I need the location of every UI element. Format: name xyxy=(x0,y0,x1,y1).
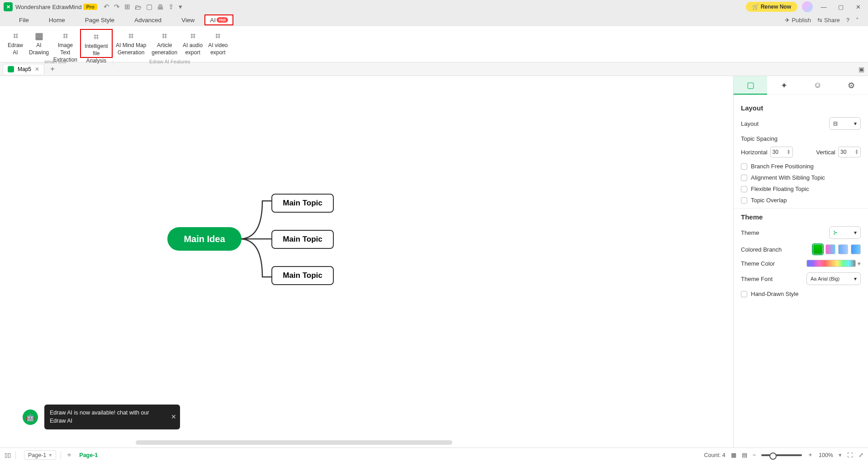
menu-bar: File Home Page Style Advanced View AIHot… xyxy=(0,14,868,26)
branch-swatch-2[interactable] xyxy=(825,244,835,254)
panel-tab-settings[interactable]: ⚙ xyxy=(835,76,868,95)
right-panel: ▢ ✦ ☺ ⚙ Layout Layout ⊟▾ Topic Spacing H… xyxy=(733,76,868,448)
topic-spacing-label: Topic Spacing xyxy=(741,135,861,142)
topic-node[interactable]: Main Topic xyxy=(271,194,334,213)
page-select[interactable]: Page-1▾ xyxy=(24,450,56,460)
canvas[interactable]: Main Idea Main Topic Main Topic Main Top… xyxy=(0,76,733,448)
add-page-button[interactable]: ＋ xyxy=(66,450,73,460)
theme-color-strip[interactable] xyxy=(806,260,856,267)
topic-node[interactable]: Main Topic xyxy=(271,230,334,249)
zoom-in-icon[interactable]: ＋ xyxy=(807,451,813,459)
vertical-spacing-input[interactable]: 30▲▼ xyxy=(838,147,861,157)
publish-icon: ✈ xyxy=(785,17,790,24)
chevron-down-icon: ▾ xyxy=(854,276,857,282)
list-view-icon[interactable]: ▤ xyxy=(742,452,747,458)
emoji-icon: ☺ xyxy=(813,81,821,90)
panel-tab-layout[interactable]: ▢ xyxy=(734,76,767,95)
user-avatar[interactable] xyxy=(802,1,813,12)
doc-tab-close-icon[interactable]: ✕ xyxy=(35,66,39,72)
menu-view[interactable]: View xyxy=(171,14,204,26)
image-text-extraction-button[interactable]: ⌗Image TextExtraction xyxy=(51,29,80,58)
theme-preview-icon: ⊱ xyxy=(833,229,838,236)
menu-file[interactable]: File xyxy=(9,14,39,26)
main-idea-node[interactable]: Main Idea xyxy=(167,227,242,251)
hand-drawn-checkbox[interactable]: Hand-Drawn Style xyxy=(741,291,861,297)
ai-audio-export-button[interactable]: ⌗AI audioexport xyxy=(180,29,205,58)
publish-button[interactable]: ✈Publish xyxy=(785,17,811,24)
ai-video-export-button[interactable]: ⌗AI videoexport xyxy=(205,29,230,58)
branch-swatch-1[interactable] xyxy=(813,244,823,254)
panel-toggle-icon[interactable]: ▣ xyxy=(859,66,864,73)
theme-font-select[interactable]: Aa Arial (Big)▾ xyxy=(806,272,861,285)
ai-chat-bubble[interactable]: 🤖 xyxy=(23,410,38,425)
menu-page-style[interactable]: Page Style xyxy=(75,14,124,26)
intelligent-file-analysis-button[interactable]: ⌗Intelligentfile Analysis xyxy=(80,29,113,58)
chevron-down-icon: ▾ xyxy=(854,120,857,127)
layout-select[interactable]: ⊟▾ xyxy=(829,117,861,130)
theme-select[interactable]: ⊱▾ xyxy=(829,226,861,239)
renew-button[interactable]: 🛒 Renew Now xyxy=(746,2,797,12)
branch-swatch-4[interactable] xyxy=(851,244,861,254)
theme-color-label: Theme Color xyxy=(741,260,775,267)
collapse-ribbon-icon[interactable]: ˄ xyxy=(856,17,859,24)
zoom-slider[interactable] xyxy=(761,454,802,456)
grid-view-icon[interactable]: ▦ xyxy=(731,452,736,458)
doc-tab-map5[interactable]: Map5 ✕ xyxy=(3,64,44,74)
toast-close-icon[interactable]: ✕ xyxy=(171,413,176,422)
zoom-out-icon[interactable]: − xyxy=(753,452,756,458)
export-icon[interactable]: ⇪ xyxy=(168,3,174,11)
horizontal-scrollbar[interactable] xyxy=(136,440,452,445)
chevron-down-icon[interactable]: ▾ xyxy=(839,452,842,458)
pro-badge: Pro xyxy=(83,4,97,10)
ai-toast: Edraw AI is now available! chat with our… xyxy=(44,405,180,429)
chevron-down-icon[interactable]: ▾ xyxy=(858,260,861,267)
page-chip[interactable]: Page-1 xyxy=(79,452,98,458)
sparkle-icon: ✦ xyxy=(781,81,787,90)
outline-view-icon[interactable]: ▯▯ xyxy=(5,452,11,458)
ai-mindmap-gen-button[interactable]: ⌗AI Mind MapGeneration xyxy=(113,29,149,58)
share-icon: ⇆ xyxy=(817,17,822,24)
fit-screen-icon[interactable]: ⛶ xyxy=(847,452,853,458)
alignment-sibling-checkbox[interactable]: Alignment With Sibling Topic xyxy=(741,174,861,181)
open-icon[interactable]: 🗁 xyxy=(135,3,142,11)
flexible-floating-checkbox[interactable]: Flexible Floating Topic xyxy=(741,186,861,192)
title-bar: ✕ Wondershare EdrawMind Pro ↶ ↷ ⊞ 🗁 ▢ 🖶 … xyxy=(0,0,868,14)
menu-advanced[interactable]: Advanced xyxy=(124,14,171,26)
branch-swatch-3[interactable] xyxy=(838,244,848,254)
ai-icon: ⌗ xyxy=(13,30,18,42)
new-icon[interactable]: ⊞ xyxy=(124,3,130,11)
gear-icon: ⚙ xyxy=(848,81,855,90)
doc-tab-label: Map5 xyxy=(18,66,31,72)
video-icon: ⌗ xyxy=(215,30,220,42)
save-icon[interactable]: ▢ xyxy=(146,3,152,11)
add-tab-button[interactable]: ＋ xyxy=(49,64,56,74)
branch-free-checkbox[interactable]: Branch Free Positioning xyxy=(741,163,861,170)
fullscreen-icon[interactable]: ⤢ xyxy=(859,452,863,458)
hot-badge: Hot xyxy=(217,17,228,23)
panel-tab-emoji[interactable]: ☺ xyxy=(801,76,835,95)
ocr-icon: ⌗ xyxy=(63,30,68,42)
menu-home[interactable]: Home xyxy=(39,14,75,26)
theme-font-label: Theme Font xyxy=(741,276,773,282)
redo-icon[interactable]: ↷ xyxy=(114,3,120,11)
article-gen-button[interactable]: ⌗Articlegeneration xyxy=(149,29,180,58)
horizontal-spacing-input[interactable]: 30▲▼ xyxy=(770,147,793,157)
layout-label: Layout xyxy=(741,120,759,127)
help-icon[interactable]: ? xyxy=(846,17,849,24)
undo-icon[interactable]: ↶ xyxy=(104,3,109,11)
topic-overlap-checkbox[interactable]: Topic Overlap xyxy=(741,197,861,204)
doc-tab-icon xyxy=(8,66,14,72)
topic-node[interactable]: Main Topic xyxy=(271,266,334,285)
ai-drawing-button[interactable]: ▦AIDrawing xyxy=(27,29,51,58)
panel-tab-style[interactable]: ✦ xyxy=(767,76,801,95)
layout-tab-icon: ▢ xyxy=(747,80,754,90)
close-icon[interactable]: ✕ xyxy=(852,4,864,10)
share-button[interactable]: ⇆Share xyxy=(817,17,840,24)
minimize-icon[interactable]: — xyxy=(817,4,830,10)
horizontal-label: Horizontal xyxy=(741,149,768,156)
edraw-ai-button[interactable]: ⌗EdrawAI xyxy=(4,29,27,58)
maximize-icon[interactable]: ▢ xyxy=(835,4,847,10)
menu-ai[interactable]: AIHot xyxy=(204,14,233,25)
print-icon[interactable]: 🖶 xyxy=(157,3,164,11)
qat-more-icon[interactable]: ▾ xyxy=(179,3,182,11)
